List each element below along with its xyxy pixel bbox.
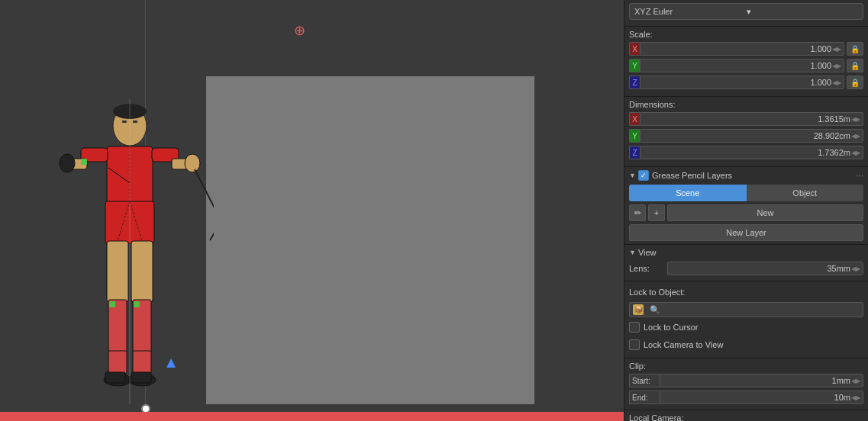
scale-y-axis: Y (629, 59, 640, 72)
lock-camera-label: Lock Camera to View (644, 340, 723, 349)
svg-rect-19 (108, 351, 127, 374)
svg-rect-2 (122, 121, 127, 123)
clip-start-input[interactable]: 1mm ◀▶ (660, 374, 863, 387)
grease-triangle-icon: ▼ (629, 172, 636, 179)
clip-end-row: End: 10m ◀▶ (629, 390, 863, 405)
crosshair-cursor: ⊕ (292, 23, 307, 38)
svg-rect-29 (134, 301, 140, 307)
dim-y-input[interactable]: 28.902cm ◀▶ (640, 129, 863, 143)
lens-row: Lens: 35mm ◀▶ (629, 261, 863, 276)
canvas-area (206, 76, 534, 404)
svg-rect-16 (131, 241, 153, 302)
new-button[interactable]: New (667, 204, 863, 221)
scale-x-axis: X (629, 42, 640, 56)
grease-checkbox[interactable]: ✓ (638, 170, 649, 181)
dim-y-row: Y 28.902cm ◀▶ (629, 128, 863, 143)
lock-to-object-label: Lock to Object: (629, 288, 713, 297)
svg-rect-22 (105, 372, 125, 383)
clip-end-axis: End: (629, 390, 660, 404)
lock-object-icon: 📦 (633, 304, 644, 315)
svg-line-11 (195, 169, 214, 221)
scale-y-input[interactable]: 1.000 ◀▶ (640, 59, 844, 72)
rotation-mode-dropdown[interactable]: XYZ Euler ▾ (629, 3, 863, 20)
viewport[interactable]: ⊕ (0, 0, 624, 421)
grease-pencil-header: ▼ ✓ Grease Pencil Layers ··· (629, 170, 863, 181)
lock-section: Lock to Object: 📦 🔍 Lock to Cursor Lock … (624, 281, 868, 358)
svg-rect-17 (108, 300, 127, 353)
lock-camera-checkbox[interactable] (629, 339, 640, 350)
scale-x-input[interactable]: 1.000 ◀▶ (640, 42, 844, 56)
right-panel: XYZ Euler ▾ Scale: X 1.000 ◀▶ 🔒 Y 1.000 … (624, 0, 868, 421)
lock-object-field-row: 📦 🔍 (629, 302, 863, 317)
dimensions-label: Dimensions: (629, 100, 863, 109)
svg-rect-20 (133, 351, 151, 374)
svg-line-12 (210, 221, 214, 240)
tab-scene[interactable]: Scene (629, 185, 747, 201)
scale-section: Scale: X 1.000 ◀▶ 🔒 Y 1.000 ◀▶ 🔒 Z 1.000… (624, 27, 868, 97)
scale-z-lock[interactable]: 🔒 (847, 76, 863, 89)
lock-to-object-row: Lock to Object: (629, 284, 863, 300)
grease-dots-menu[interactable]: ··· (856, 170, 863, 181)
tab-object[interactable]: Object (747, 185, 864, 201)
clip-label: Clip: (629, 362, 863, 371)
lens-label: Lens: (629, 264, 667, 273)
lens-input[interactable]: 35mm ◀▶ (667, 262, 863, 275)
dimensions-section: Dimensions: X 1.3615m ◀▶ Y 28.902cm ◀▶ Z… (624, 97, 868, 167)
rotation-mode-section: XYZ Euler ▾ (624, 0, 868, 27)
frame-cursor (166, 358, 176, 368)
camera-section: Local Camera: 📷 Camera ✕ (624, 410, 868, 421)
dim-z-row: Z 1.7362m ◀▶ (629, 145, 863, 160)
grease-add-btn[interactable]: + (648, 204, 665, 221)
lock-cursor-checkbox[interactable] (629, 322, 640, 333)
lock-object-field[interactable]: 📦 🔍 (629, 302, 863, 317)
scale-y-lock[interactable]: 🔒 (847, 59, 863, 72)
character-figure (46, 99, 214, 412)
svg-rect-15 (107, 241, 128, 302)
view-header: ▼ View (629, 248, 863, 257)
clip-end-input[interactable]: 10m ◀▶ (660, 390, 863, 404)
grease-pencil-label: Grease Pencil Layers (652, 171, 732, 180)
rotation-mode-arrow: ▾ (747, 7, 859, 17)
svg-rect-18 (133, 300, 151, 353)
rotation-mode-label: XYZ Euler (634, 7, 747, 16)
scale-x-row: X 1.000 ◀▶ 🔒 (629, 41, 863, 56)
dim-x-axis: X (629, 112, 640, 126)
view-section: ▼ View Lens: 35mm ◀▶ (624, 245, 868, 281)
svg-rect-3 (133, 121, 137, 123)
clip-start-axis: Start: (629, 374, 660, 387)
grease-pencil-section: ▼ ✓ Grease Pencil Layers ··· Scene Objec… (624, 167, 868, 245)
svg-point-7 (60, 154, 75, 172)
svg-rect-30 (81, 159, 87, 165)
scale-label: Scale: (629, 30, 863, 39)
dim-z-axis: Z (629, 146, 640, 159)
svg-rect-24 (131, 372, 151, 383)
timeline-bar[interactable] (0, 412, 624, 421)
svg-rect-28 (109, 301, 115, 307)
scene-object-tabs: Scene Object (629, 185, 863, 201)
dim-x-row: X 1.3615m ◀▶ (629, 111, 863, 127)
clip-section: Clip: Start: 1mm ◀▶ End: 10m ◀▶ (624, 358, 868, 410)
scale-x-lock[interactable]: 🔒 (847, 42, 863, 56)
local-camera-label: Local Camera: (629, 413, 863, 421)
lock-cursor-label: Lock to Cursor (644, 323, 699, 332)
lock-camera-row[interactable]: Lock Camera to View (629, 337, 863, 352)
lock-cursor-row[interactable]: Lock to Cursor (629, 320, 863, 335)
dim-y-axis: Y (629, 129, 640, 143)
lock-field-icon: 🔍 (650, 305, 660, 315)
view-label: View (638, 248, 657, 257)
scale-z-input[interactable]: 1.000 ◀▶ (640, 76, 844, 89)
grease-toolbar-row: ✏ + New (629, 204, 863, 221)
dim-x-input[interactable]: 1.3615m ◀▶ (640, 112, 863, 126)
view-triangle-icon: ▼ (629, 249, 636, 256)
new-layer-button[interactable]: New Layer (629, 224, 863, 241)
svg-point-10 (185, 154, 200, 172)
scale-z-axis: Z (629, 76, 640, 89)
dim-z-input[interactable]: 1.7362m ◀▶ (640, 146, 863, 159)
clip-start-row: Start: 1mm ◀▶ (629, 373, 863, 388)
scale-y-row: Y 1.000 ◀▶ 🔒 (629, 58, 863, 73)
scale-z-row: Z 1.000 ◀▶ 🔒 (629, 75, 863, 90)
grease-pencil-icon[interactable]: ✏ (629, 204, 646, 221)
